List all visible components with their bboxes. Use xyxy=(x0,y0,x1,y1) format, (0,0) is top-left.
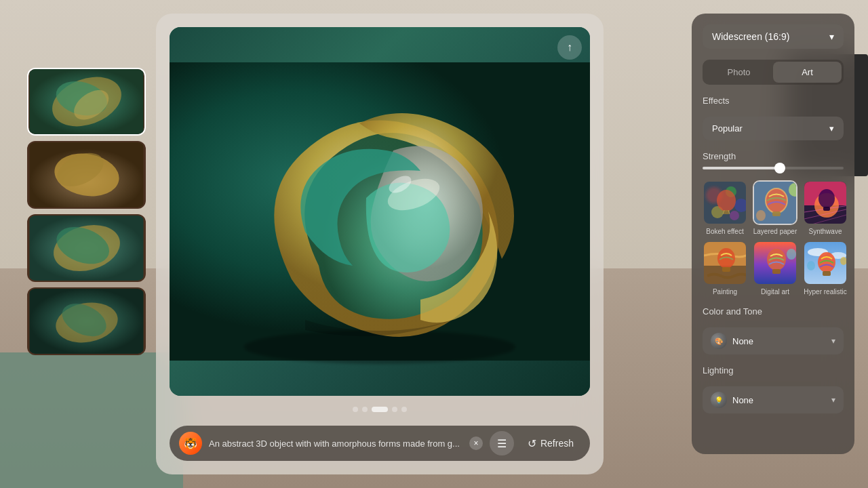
prompt-clear-button[interactable]: × xyxy=(469,436,483,450)
effects-dropdown[interactable]: Popular ▾ xyxy=(703,117,844,140)
menu-icon: ☰ xyxy=(497,437,507,450)
lighting-left: 💡 None xyxy=(711,392,753,408)
prompt-bar: 🐯 × ☰ ↺ Refresh xyxy=(170,426,590,461)
upload-button[interactable]: ↑ xyxy=(557,35,582,60)
prompt-avatar: 🐯 xyxy=(179,432,202,455)
main-panel: ↑ 🐯 × ☰ ↺ Refresh xyxy=(156,14,604,474)
lighting-label: Lighting xyxy=(703,365,844,375)
color-tone-chevron-icon: ▾ xyxy=(831,336,835,346)
color-tone-left: 🎨 None xyxy=(711,333,753,349)
effect-synthwave-thumb xyxy=(803,180,848,225)
view-tabs: Photo Art xyxy=(703,60,844,85)
lighting-chevron-icon: ▾ xyxy=(831,395,835,405)
effect-digital-label: Digital art xyxy=(761,288,789,296)
effect-painting-label: Painting xyxy=(713,288,737,296)
lighting-section: Lighting xyxy=(703,365,844,375)
strength-fill xyxy=(703,167,780,169)
svg-rect-47 xyxy=(772,269,781,274)
aspect-ratio-label: Widescreen (16:9) xyxy=(712,31,789,42)
aspect-ratio-dropdown[interactable]: Widescreen (16:9) ▾ xyxy=(703,24,844,49)
right-panel: Widescreen (16:9) ▾ Photo Art Effects Po… xyxy=(692,14,854,454)
tab-photo[interactable]: Photo xyxy=(705,62,773,83)
dot-4 xyxy=(392,407,397,412)
effect-layered-label: Layered paper xyxy=(753,228,797,235)
prompt-input[interactable] xyxy=(209,439,462,449)
strength-thumb xyxy=(774,163,785,174)
effect-layered[interactable]: Layered paper xyxy=(753,180,797,235)
color-tone-value: None xyxy=(732,336,753,346)
strength-section: Strength xyxy=(703,151,844,169)
effect-synthwave-label: Synthwave xyxy=(809,228,842,235)
svg-point-22 xyxy=(730,211,739,220)
color-tone-icon: 🎨 xyxy=(711,333,727,349)
effect-bokeh[interactable]: Bokeh effect xyxy=(703,180,747,235)
prompt-menu-button[interactable]: ☰ xyxy=(490,431,514,455)
clear-icon: × xyxy=(473,439,478,448)
dots-indicator xyxy=(170,407,590,415)
thumbnail-1[interactable] xyxy=(27,68,146,136)
dot-1 xyxy=(353,407,358,412)
upload-icon: ↑ xyxy=(567,41,572,54)
aspect-chevron-icon: ▾ xyxy=(829,31,834,42)
canvas-area: ↑ xyxy=(170,27,590,396)
effect-hyperreal[interactable]: Hyper realistic xyxy=(803,241,848,296)
effect-painting-thumb xyxy=(703,241,747,285)
effect-hyperreal-label: Hyper realistic xyxy=(804,288,846,296)
effect-bokeh-label: Bokeh effect xyxy=(706,228,743,235)
dot-3 xyxy=(372,407,388,412)
dot-5 xyxy=(401,407,407,412)
thumbnail-2[interactable] xyxy=(27,141,146,209)
lighting-value: None xyxy=(732,395,753,405)
svg-rect-30 xyxy=(772,211,781,216)
svg-point-32 xyxy=(756,210,766,221)
strength-slider[interactable] xyxy=(703,167,844,169)
effects-value: Popular xyxy=(712,123,743,134)
thumbnail-3[interactable] xyxy=(27,214,146,282)
canvas-image xyxy=(170,27,590,396)
thumbnail-4[interactable] xyxy=(27,287,146,355)
effects-section: Effects xyxy=(703,96,844,106)
strength-label: Strength xyxy=(703,151,844,161)
effects-grid: Bokeh effect Layered paper xyxy=(703,180,844,296)
lighting-dropdown[interactable]: 💡 None ▾ xyxy=(703,386,844,413)
refresh-button[interactable]: ↺ Refresh xyxy=(521,433,580,454)
effect-digital[interactable]: Digital art xyxy=(753,241,797,296)
svg-point-55 xyxy=(840,257,847,265)
lighting-icon: 💡 xyxy=(711,392,727,408)
svg-point-39 xyxy=(818,189,835,208)
svg-point-43 xyxy=(717,248,735,268)
effect-hyperreal-thumb xyxy=(803,241,848,285)
svg-point-54 xyxy=(807,261,815,270)
svg-rect-44 xyxy=(722,267,730,272)
effects-chevron-icon: ▾ xyxy=(829,123,834,134)
color-tone-dropdown[interactable]: 🎨 None ▾ xyxy=(703,327,844,354)
effect-bokeh-thumb xyxy=(703,180,747,225)
dot-2 xyxy=(362,407,368,412)
tab-art[interactable]: Art xyxy=(773,62,842,83)
effects-label: Effects xyxy=(703,96,844,106)
refresh-icon: ↺ xyxy=(528,437,536,450)
thumbnails-panel xyxy=(27,68,153,355)
svg-point-23 xyxy=(717,190,736,211)
effect-digital-thumb xyxy=(753,241,797,285)
svg-point-48 xyxy=(787,249,796,260)
color-tone-label: Color and Tone xyxy=(703,306,844,317)
color-tone-section: Color and Tone xyxy=(703,306,844,317)
effect-layered-thumb xyxy=(753,180,797,225)
svg-rect-40 xyxy=(823,207,830,211)
svg-rect-53 xyxy=(823,271,831,276)
effect-synthwave[interactable]: Synthwave xyxy=(803,180,848,235)
refresh-label: Refresh xyxy=(540,438,574,449)
effect-painting[interactable]: Painting xyxy=(703,241,747,296)
